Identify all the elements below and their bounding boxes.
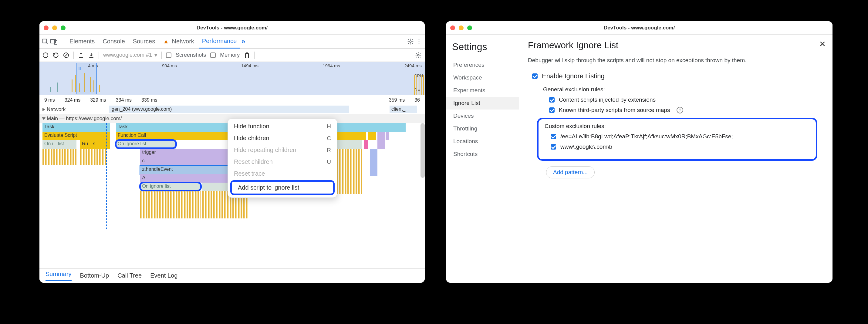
tab-network[interactable]: ▲ Network — [160, 35, 197, 48]
flame-context-menu: Hide functionH Hide childrenC Hide repea… — [227, 118, 337, 198]
devtools-performance-window: DevTools - www.google.com/ Elements Cons… — [39, 21, 425, 283]
highlight-ring — [115, 139, 177, 149]
screenshots-checkbox[interactable]: Screenshots — [166, 52, 206, 58]
tab-bottom-up[interactable]: Bottom-Up — [80, 272, 109, 279]
general-rules-heading: General exclusion rules: — [543, 86, 824, 93]
panel-tabbar: Elements Console Sources ▲ Network Perfo… — [39, 35, 425, 48]
ctx-reset-trace: Reset trace — [228, 168, 337, 180]
sidebar-item-ignore-list[interactable]: Ignore List — [446, 97, 519, 109]
svg-line-6 — [65, 54, 68, 57]
device-toolbar-icon[interactable] — [50, 38, 58, 44]
sidebar-item-locations[interactable]: Locations — [446, 135, 519, 148]
settings-main: ✕ Framework Ignore List Debugger will sk… — [519, 35, 833, 283]
performance-toolbar: www.google.com #1 ▾ Screenshots Memory — [39, 48, 425, 62]
settings-heading: Settings — [452, 41, 513, 53]
expand-icon — [42, 108, 45, 111]
details-tabs: Summary Bottom-Up Call Tree Event Log — [39, 268, 425, 283]
ctx-hide-repeating: Hide repeating childrenR — [228, 144, 337, 156]
window-zoom-button[interactable] — [61, 26, 65, 30]
tab-event-log[interactable]: Event Log — [150, 272, 178, 279]
record-icon[interactable] — [42, 52, 49, 58]
titlebar[interactable]: DevTools - www.google.com/ — [446, 21, 833, 35]
overview-timeline[interactable]: 4 ms 994 ms 1494 ms 1994 ms 2494 ms ||||… — [39, 62, 425, 95]
tab-call-tree[interactable]: Call Tree — [117, 272, 142, 279]
svg-point-4 — [43, 53, 48, 58]
chevron-down-icon: ▾ — [154, 52, 157, 59]
tab-sources[interactable]: Sources — [130, 35, 158, 48]
ctx-reset-children: Reset childrenU — [228, 156, 337, 168]
reload-icon[interactable] — [53, 52, 59, 58]
tab-elements[interactable]: Elements — [66, 35, 98, 48]
sidebar-item-devices[interactable]: Devices — [446, 109, 519, 122]
custom-rules-highlight: Custom exclusion rules: /ee=ALeJib:B8gLw… — [537, 118, 817, 161]
kebab-icon[interactable]: ⋮ — [416, 38, 422, 45]
sidebar-item-preferences[interactable]: Preferences — [446, 59, 519, 71]
sidebar-item-workspace[interactable]: Workspace — [446, 71, 519, 84]
memory-checkbox[interactable]: Memory — [210, 52, 240, 58]
close-icon[interactable]: ✕ — [819, 39, 826, 49]
tab-performance[interactable]: Performance — [199, 35, 240, 48]
page-description: Debugger will skip through the scripts a… — [528, 57, 824, 64]
custom-rules-heading: Custom exclusion rules: — [545, 123, 812, 130]
overview-selection[interactable]: |||| — [76, 63, 97, 94]
help-icon[interactable]: ? — [677, 107, 683, 114]
sidebar-item-throttling[interactable]: Throttling — [446, 122, 519, 135]
add-pattern-button[interactable]: Add pattern... — [546, 166, 595, 179]
capture-settings-gear-icon[interactable] — [415, 52, 422, 59]
settings-sidebar: Settings Preferences Workspace Experimen… — [446, 35, 519, 283]
window-close-button[interactable] — [44, 26, 49, 30]
network-entry[interactable]: client_ — [390, 105, 417, 113]
warning-icon: ▲ — [163, 38, 169, 44]
window-minimize-button[interactable] — [459, 26, 464, 30]
ctx-hide-children[interactable]: Hide childrenC — [228, 132, 337, 144]
window-title: DevTools - www.google.com/ — [446, 25, 833, 31]
time-cursor — [106, 123, 107, 229]
custom-rule-checkbox[interactable]: www\.google\.com\b — [551, 143, 812, 150]
inspect-icon[interactable] — [42, 38, 49, 45]
tab-console[interactable]: Console — [99, 35, 128, 48]
flame-ruler[interactable]: 9 ms 324 ms 329 ms 334 ms 339 ms 359 ms … — [39, 95, 425, 105]
window-minimize-button[interactable] — [52, 26, 57, 30]
window-close-button[interactable] — [450, 26, 455, 30]
rule-content-scripts-checkbox[interactable]: Content scripts injected by extensions — [549, 96, 824, 103]
window-zoom-button[interactable] — [467, 26, 472, 30]
network-entry[interactable]: gen_204 (www.google.com) — [109, 105, 349, 113]
clear-icon[interactable] — [63, 52, 69, 58]
flame-evaluate-script[interactable]: Evaluate Script — [42, 132, 110, 140]
ctx-hide-function[interactable]: Hide functionH — [228, 121, 337, 132]
svg-point-7 — [417, 54, 419, 56]
gc-icon[interactable] — [244, 52, 250, 59]
window-title: DevTools - www.google.com/ — [39, 25, 425, 31]
titlebar[interactable]: DevTools - www.google.com/ — [39, 21, 425, 35]
sidebar-item-shortcuts[interactable]: Shortcuts — [446, 148, 519, 160]
download-icon[interactable] — [88, 52, 94, 58]
network-track-header[interactable]: Network gen_204 (www.google.com) client_ — [39, 105, 425, 114]
highlight-ring — [139, 182, 202, 191]
flame-task[interactable]: Task — [42, 123, 110, 132]
svg-point-3 — [410, 41, 411, 42]
rule-third-party-checkbox[interactable]: Known third-party scripts from source ma… — [549, 107, 824, 114]
more-tabs-icon[interactable]: » — [242, 38, 245, 45]
ctx-add-to-ignore-list[interactable]: Add script to ignore list — [230, 180, 335, 195]
recording-selector[interactable]: www.google.com #1 ▾ — [103, 52, 157, 59]
collapse-icon — [42, 118, 45, 120]
scrollbar[interactable] — [421, 123, 425, 178]
sidebar-item-experiments[interactable]: Experiments — [446, 84, 519, 97]
flame-entry[interactable]: Ru…s — [80, 140, 110, 149]
page-title: Framework Ignore List — [528, 40, 824, 51]
enable-ignore-listing-checkbox[interactable]: Enable Ignore Listing — [532, 72, 824, 80]
tab-summary[interactable]: Summary — [45, 270, 71, 281]
devtools-settings-window: DevTools - www.google.com/ Settings Pref… — [446, 21, 833, 283]
flame-on-ignore-list[interactable]: On i…list — [42, 140, 76, 149]
upload-icon[interactable] — [78, 52, 84, 58]
gear-icon[interactable] — [407, 38, 414, 45]
custom-rule-checkbox[interactable]: /ee=ALeJib:B8gLwd;AfeaP:TkrAjf;Afksuc:wM… — [551, 133, 812, 140]
